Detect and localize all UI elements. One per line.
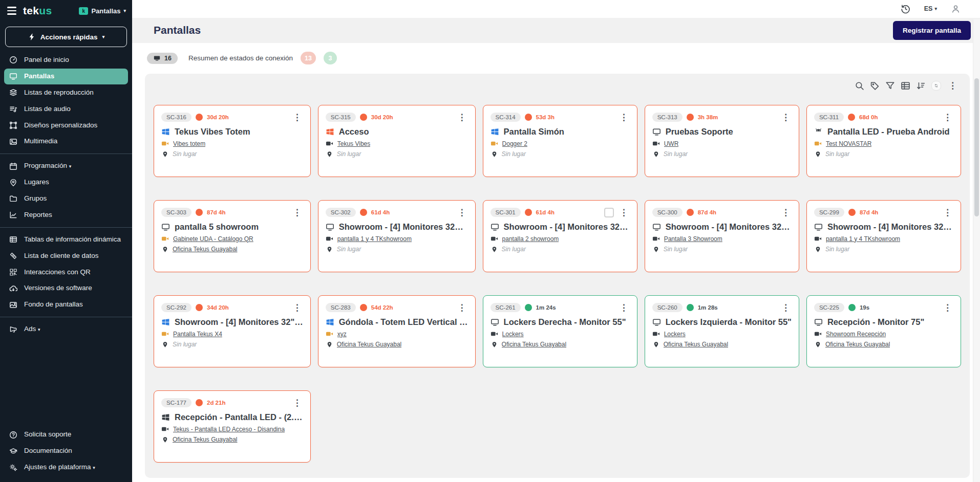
playlist-link[interactable]: Tekus - Pantalla LED Acceso - Disandina — [173, 426, 285, 433]
screen-card[interactable]: SC-30387d 4h⋮pantalla 5 showroomGabinete… — [154, 200, 311, 272]
card-title-row: Acceso — [326, 127, 468, 137]
sidebar-item-reportes[interactable]: Reportes — [4, 207, 128, 223]
sort-icon[interactable] — [916, 81, 926, 91]
total-screens-badge: 16 — [147, 53, 178, 64]
menu-icon[interactable] — [6, 6, 17, 15]
card-menu-icon[interactable]: ⋮ — [291, 399, 303, 407]
screen-card[interactable]: SC-30261d 4h⋮Showroom - [4] Monitores 32… — [318, 200, 476, 272]
location-link[interactable]: Oficina Tekus Guayabal — [173, 436, 238, 443]
screen-card[interactable]: SC-31453d 3h⋮Pantalla SimónDogger 2Sin l… — [483, 105, 637, 177]
sidebar-item-fondo-de-pantallas[interactable]: Fondo de pantallas — [4, 297, 128, 313]
screen-id-badge: SC-261 — [491, 303, 521, 312]
playlist-link[interactable]: Test NOVASTAR — [826, 140, 872, 147]
card-menu-icon[interactable]: ⋮ — [942, 303, 953, 312]
screen-card[interactable]: SC-2601m 28s⋮Lockers Izquierda - Monitor… — [645, 295, 799, 367]
quick-actions-button[interactable]: Acciones rápidas ▾ — [5, 27, 127, 47]
camera-icon — [652, 140, 660, 147]
card-menu-icon[interactable]: ⋮ — [456, 208, 468, 217]
sidebar-item-ajustes-de-plataforma[interactable]: Ajustes de plataforma ▾ — [4, 459, 128, 475]
card-menu-icon[interactable]: ⋮ — [618, 303, 630, 312]
screen-card[interactable]: SC-29987d 4h⋮Showroom - [4] Monitores 32… — [806, 200, 961, 272]
sidebar-item-pantallas[interactable]: Pantallas — [4, 69, 128, 84]
screen-card[interactable]: SC-31530d 20h⋮AccesoTekus VibesSin lugar — [318, 105, 476, 177]
sidebar-divider — [0, 227, 132, 228]
sidebar-item-listas-de-reproducci-n[interactable]: Listas de reproducción — [4, 85, 128, 101]
sidebar-item-versiones-de-software[interactable]: Versiones de software — [4, 280, 128, 296]
card-menu-icon[interactable]: ⋮ — [618, 113, 630, 122]
playlist-link[interactable]: pantalla 1 y 4 TKshowroom — [337, 235, 412, 243]
search-icon[interactable] — [855, 81, 864, 91]
sidebar-item-panel-de-inicio[interactable]: Panel de inicio — [4, 52, 128, 68]
more-icon[interactable]: ⋮ — [947, 81, 958, 90]
sidebar-item-interacciones-con-qr[interactable]: Interacciones con QR — [4, 265, 128, 280]
sidebar-item-multimedia[interactable]: Multimedia — [4, 134, 128, 149]
card-menu-icon[interactable]: ⋮ — [291, 208, 303, 217]
playlist-link[interactable]: Dogger 2 — [502, 140, 527, 147]
playlist-link[interactable]: Pantalla 3 Showroom — [664, 235, 722, 243]
sidebar-item-solicita-soporte[interactable]: Solicita soporte — [4, 427, 128, 443]
screen-card[interactable]: SC-22519s⋮Recepción - Monitor 75"Showroo… — [806, 295, 961, 367]
history-icon[interactable] — [901, 4, 910, 14]
screen-card[interactable]: SC-30087d 4h⋮Showroom - [4] Monitores 32… — [645, 200, 799, 272]
scrollbar[interactable] — [973, 19, 980, 482]
user-icon[interactable] — [951, 4, 961, 14]
playlist-link[interactable]: pantalla 1 y 4 TKshowroom — [826, 235, 900, 243]
playlist-link[interactable]: Showroom Recepción — [826, 331, 886, 338]
card-menu-icon[interactable]: ⋮ — [942, 113, 953, 122]
sidebar-item-ads[interactable]: Ads ▾ — [4, 321, 128, 337]
language-selector[interactable]: ES ▾ — [924, 5, 937, 12]
sidebar-item-grupos[interactable]: Grupos — [4, 191, 128, 207]
location-link[interactable]: Oficina Tekus Guayabal — [825, 341, 890, 348]
card-menu-icon[interactable]: ⋮ — [456, 113, 468, 122]
playlist-link[interactable]: xyz — [337, 331, 347, 338]
playlist-link[interactable]: Lockers — [502, 331, 524, 338]
screen-card[interactable]: SC-31168d 0h⋮Pantalla LED - Prueba Andro… — [806, 105, 961, 177]
location-link[interactable]: Oficina Tekus Guayabal — [173, 246, 238, 253]
screen-card[interactable]: SC-3133h 38m⋮Pruebas SoporteUWRSin lugar — [645, 105, 799, 177]
card-menu-icon[interactable]: ⋮ — [291, 303, 303, 312]
module-selector[interactable]: k Pantallas ▾ — [79, 7, 126, 15]
card-title-row: pantalla 5 showroom — [161, 222, 303, 232]
frame-icon — [9, 121, 17, 129]
playlist-link[interactable]: Tekus Vibes — [337, 140, 370, 147]
sidebar-item-lista-de-cliente-de-datos[interactable]: Lista de cliente de datos — [4, 248, 128, 264]
tag-icon[interactable] — [870, 81, 880, 91]
screen-card[interactable]: SC-29234d 20h⋮Showroom - [4] Monitores 3… — [154, 295, 311, 367]
sidebar-item-dise-os-personalizados[interactable]: Diseños personalizados — [4, 118, 128, 134]
location-link[interactable]: Oficina Tekus Guayabal — [502, 341, 567, 348]
scrollbar-thumb[interactable] — [974, 78, 979, 216]
sidebar-item-lugares[interactable]: Lugares — [4, 174, 128, 190]
card-menu-icon[interactable]: ⋮ — [291, 113, 303, 122]
screen-card[interactable]: SC-31630d 20h⋮Tekus Vibes TotemVibes tot… — [154, 105, 311, 177]
screen-card[interactable]: SC-1772d 21h⋮Recepción - Pantalla LED - … — [154, 390, 311, 463]
playlist-link[interactable]: Vibes totem — [173, 140, 205, 147]
playlist-link[interactable]: pantalla 2 showroom — [502, 235, 559, 243]
card-menu-icon[interactable]: ⋮ — [780, 208, 792, 217]
screen-card[interactable]: SC-30161d 4h⋮Showroom - [4] Monitores 32… — [483, 200, 637, 272]
filter-icon[interactable] — [885, 81, 895, 91]
refresh-icon[interactable] — [931, 81, 941, 91]
sidebar-item-programaci-n[interactable]: Programación ▾ — [4, 158, 128, 174]
card-menu-icon[interactable]: ⋮ — [780, 303, 792, 312]
sidebar-item-listas-de-audio[interactable]: Listas de audio — [4, 101, 128, 117]
location-link[interactable]: Oficina Tekus Guayabal — [664, 341, 729, 348]
playlist-link[interactable]: Lockers — [664, 331, 686, 338]
card-menu-icon[interactable]: ⋮ — [780, 113, 792, 122]
camera-icon — [491, 330, 498, 338]
sidebar-item-tablas-de-informaci-n-din-mica[interactable]: Tablas de información dinámica — [4, 232, 128, 248]
card-menu-icon[interactable]: ⋮ — [456, 303, 468, 312]
sidebar-item-label: Pantallas — [24, 72, 54, 81]
sidebar-item-documentaci-n[interactable]: Documentación — [4, 443, 128, 459]
playlist-link[interactable]: UWR — [664, 140, 679, 147]
playlist-link[interactable]: Gabinete UDA - Catálogo QR — [173, 235, 253, 243]
card-menu-icon[interactable]: ⋮ — [618, 208, 630, 217]
location-link[interactable]: Oficina Tekus Guayabal — [337, 341, 402, 348]
table-view-icon[interactable] — [901, 81, 910, 91]
screen-card[interactable]: SC-28354d 22h⋮Góndola - Totem LED Vertic… — [318, 295, 476, 367]
register-screen-button[interactable]: Registrar pantalla — [893, 21, 971, 40]
screen-title: Showroom - [4] Monitores 32… — [827, 222, 952, 232]
playlist-link[interactable]: Pantalla Tekus X4 — [173, 331, 222, 338]
card-menu-icon[interactable]: ⋮ — [942, 208, 953, 217]
screen-card[interactable]: SC-2611m 24s⋮Lockers Derecha - Monitor 5… — [483, 295, 637, 367]
select-checkbox[interactable] — [604, 208, 614, 217]
